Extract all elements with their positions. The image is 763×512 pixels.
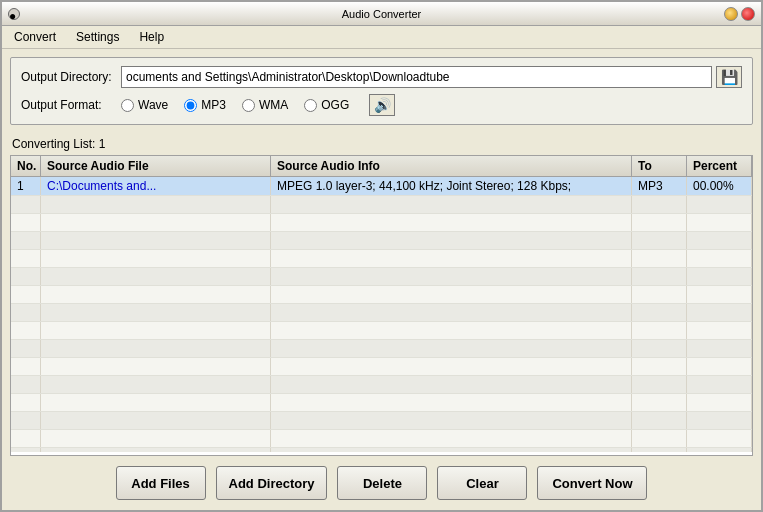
table-row-empty <box>11 412 752 430</box>
main-window: ● Audio Converter Convert Settings Help … <box>0 0 763 512</box>
add-files-button[interactable]: Add Files <box>116 466 206 500</box>
table-row-empty <box>11 358 752 376</box>
cell-to-1: MP3 <box>632 177 687 195</box>
menu-bar: Convert Settings Help <box>2 26 761 49</box>
col-to: To <box>632 156 687 176</box>
radio-ogg[interactable] <box>304 99 317 112</box>
output-directory-row: Output Directory: 💾 <box>21 66 742 88</box>
menu-help[interactable]: Help <box>131 28 172 46</box>
output-format-label: Output Format: <box>21 98 121 112</box>
speaker-icon: 🔊 <box>374 97 391 113</box>
delete-button[interactable]: Delete <box>337 466 427 500</box>
cell-percent-1: 00.00% <box>687 177 752 195</box>
table-row-empty <box>11 196 752 214</box>
convert-now-button[interactable]: Convert Now <box>537 466 647 500</box>
audio-settings-button[interactable]: 🔊 <box>369 94 395 116</box>
table-row-empty <box>11 448 752 452</box>
format-mp3[interactable]: MP3 <box>184 98 226 112</box>
col-source: Source Audio File <box>41 156 271 176</box>
table-row-empty <box>11 304 752 322</box>
table-row-empty <box>11 214 752 232</box>
table-header: No. Source Audio File Source Audio Info … <box>11 156 752 177</box>
format-wave-label: Wave <box>138 98 168 112</box>
menu-convert[interactable]: Convert <box>6 28 64 46</box>
table-row-empty <box>11 250 752 268</box>
browse-folder-button[interactable]: 💾 <box>716 66 742 88</box>
settings-panel: Output Directory: 💾 Output Format: Wave … <box>10 57 753 125</box>
title-bar: ● Audio Converter <box>2 2 761 26</box>
close-button[interactable] <box>741 7 755 21</box>
title-bar-left: ● <box>8 8 20 20</box>
table-row-empty <box>11 268 752 286</box>
folder-icon: 💾 <box>721 69 738 85</box>
footer-buttons: Add Files Add Directory Delete Clear Con… <box>2 456 761 510</box>
add-directory-button[interactable]: Add Directory <box>216 466 328 500</box>
window-title: Audio Converter <box>342 8 422 20</box>
table-body: 1 C:\Documents and... MPEG 1.0 layer-3; … <box>11 177 752 452</box>
radio-wma[interactable] <box>242 99 255 112</box>
format-ogg[interactable]: OGG <box>304 98 349 112</box>
cell-source-1: C:\Documents and... <box>41 177 271 195</box>
window-icon: ● <box>8 8 20 20</box>
col-no: No. <box>11 156 41 176</box>
table-row-empty <box>11 322 752 340</box>
converting-list-title: Converting List: 1 <box>2 133 761 155</box>
format-mp3-label: MP3 <box>201 98 226 112</box>
table-row-empty <box>11 286 752 304</box>
cell-no-1: 1 <box>11 177 41 195</box>
format-radio-group: Wave MP3 WMA OGG 🔊 <box>121 94 395 116</box>
minimize-button[interactable] <box>724 7 738 21</box>
table-row-empty <box>11 430 752 448</box>
file-table: No. Source Audio File Source Audio Info … <box>10 155 753 456</box>
col-info: Source Audio Info <box>271 156 632 176</box>
format-ogg-label: OGG <box>321 98 349 112</box>
table-row-empty <box>11 340 752 358</box>
clear-button[interactable]: Clear <box>437 466 527 500</box>
output-format-row: Output Format: Wave MP3 WMA OGG <box>21 94 742 116</box>
output-directory-input[interactable] <box>121 66 712 88</box>
radio-wave[interactable] <box>121 99 134 112</box>
col-percent: Percent <box>687 156 752 176</box>
radio-mp3[interactable] <box>184 99 197 112</box>
table-row-empty <box>11 394 752 412</box>
table-row-empty <box>11 376 752 394</box>
table-row-empty <box>11 232 752 250</box>
output-directory-label: Output Directory: <box>21 70 121 84</box>
format-wma[interactable]: WMA <box>242 98 288 112</box>
table-row[interactable]: 1 C:\Documents and... MPEG 1.0 layer-3; … <box>11 177 752 196</box>
menu-settings[interactable]: Settings <box>68 28 127 46</box>
format-wave[interactable]: Wave <box>121 98 168 112</box>
title-bar-controls <box>724 7 755 21</box>
format-wma-label: WMA <box>259 98 288 112</box>
cell-info-1: MPEG 1.0 layer-3; 44,100 kHz; Joint Ster… <box>271 177 632 195</box>
